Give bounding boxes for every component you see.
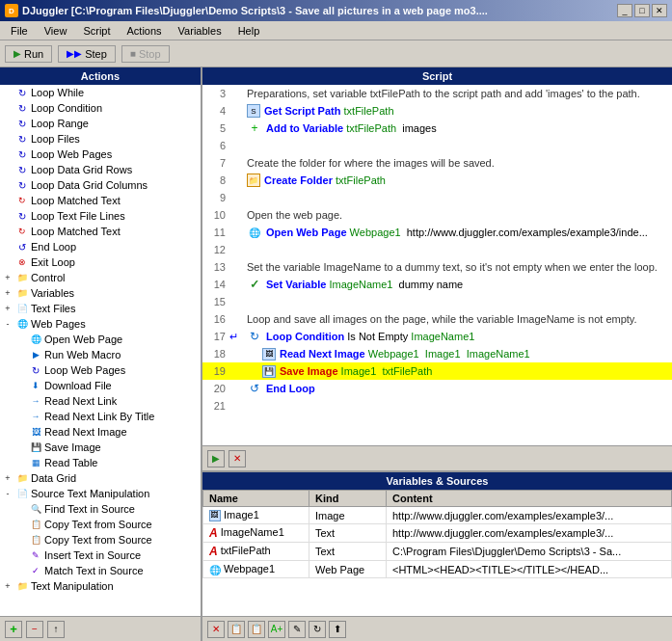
line-19: 19 (206, 365, 226, 377)
web-pages-expand-icon[interactable]: - (2, 318, 13, 330)
tree-item-download-file[interactable]: ⬇ Download File (0, 378, 201, 393)
vars-refresh-btn[interactable]: ↻ (309, 621, 326, 638)
read-next-link-by-title-icon: → (29, 410, 42, 423)
loop-files-icon: ↻ (15, 132, 29, 146)
actions-remove-button[interactable]: − (26, 621, 43, 638)
step-label: Step (85, 48, 107, 60)
run-button[interactable]: ▶ Run (5, 45, 52, 63)
loop-data-grid-cols-icon: ↻ (15, 178, 29, 192)
tree-item-read-next-link-by-title[interactable]: → Read Next Link By Title (0, 409, 201, 424)
var-name-image1: 🖼 Image1 (203, 507, 309, 524)
vars-delete-btn[interactable]: ✕ (207, 621, 225, 638)
tree-item-text-files[interactable]: + 📄 Text Files (0, 301, 201, 316)
control-expand-icon[interactable]: + (2, 272, 13, 283)
tree-item-loop-range[interactable]: ↻ Loop Range (0, 116, 201, 131)
tree-item-loop-matched-text2[interactable]: ↻ Loop Matched Text (0, 224, 201, 239)
var-kind-txtfilepath: Text (309, 543, 387, 561)
menu-script[interactable]: Script (77, 24, 116, 38)
var-kind-webpage1: Web Page (309, 561, 387, 578)
variables-table-area[interactable]: Name Kind Content 🖼 Image1 Image (202, 490, 672, 616)
title-bar: D DJuggler [C:\Program Files\Djuggler\De… (0, 0, 672, 21)
window-controls[interactable]: _ □ ✕ (617, 4, 667, 17)
open-web-page-script-icon: 🌐 (247, 225, 262, 240)
tree-item-loop-web-pages2[interactable]: ↻ Loop Web Pages (0, 362, 201, 378)
tree-item-source-text-manip[interactable]: - 📄 Source Text Manipulation (0, 486, 201, 501)
arrow-17: ↵ (229, 331, 243, 343)
tree-item-copy-text1[interactable]: 📋 Copy Text from Source (0, 517, 201, 532)
tree-item-read-table[interactable]: ▦ Read Table (0, 455, 201, 470)
exit-loop-icon: ⊗ (15, 255, 29, 269)
loop-matched-text2-label: Loop Matched Text (31, 226, 121, 237)
loop-condition-icon: ↻ (15, 101, 29, 115)
var-row-image1[interactable]: 🖼 Image1 Image http://www.djuggler.com/e… (203, 507, 672, 524)
tree-item-read-next-link[interactable]: → Read Next Link (0, 393, 201, 409)
tree-item-end-loop[interactable]: ↺ End Loop (0, 239, 201, 254)
text-manip-expand-icon[interactable]: + (2, 580, 13, 592)
read-next-image-script-icon: 🖼 (262, 348, 276, 361)
actions-up-button[interactable]: ↑ (47, 621, 65, 638)
restore-button[interactable]: □ (634, 4, 650, 17)
tree-item-match-text[interactable]: ✓ Match Text in Source (0, 563, 201, 578)
tree-item-exit-loop[interactable]: ⊗ Exit Loop (0, 254, 201, 270)
tree-item-data-grid[interactable]: + 📁 Data Grid (0, 470, 201, 486)
menu-variables[interactable]: Variables (173, 24, 228, 38)
tree-item-loop-while[interactable]: ↻ Loop While (0, 85, 201, 100)
tree-item-read-next-image[interactable]: 🖼 Read Next Image (0, 424, 201, 440)
source-text-expand-icon[interactable]: - (2, 488, 13, 499)
actions-tree: ↻ Loop While ↻ Loop Condition ↻ Loop Ran… (0, 85, 201, 616)
row-17-text: Loop Condition Is Not Empty ImageName1 (266, 331, 668, 342)
line-6: 6 (206, 140, 226, 151)
script-run-btn[interactable]: ▶ (207, 450, 225, 467)
variables-expand-icon[interactable]: + (2, 287, 13, 299)
tree-item-variables[interactable]: + 📁 Variables (0, 285, 201, 301)
tree-item-loop-web-pages[interactable]: ↻ Loop Web Pages (0, 147, 201, 162)
menu-help[interactable]: Help (232, 24, 266, 38)
tree-item-insert-text[interactable]: ✎ Insert Text in Source (0, 548, 201, 563)
tree-item-loop-text-file-lines[interactable]: ↻ Loop Text File Lines (0, 208, 201, 224)
var-row-webpage1[interactable]: 🌐 Webpage1 Web Page <HTML><HEAD><TITLE><… (203, 561, 672, 578)
text-files-expand-icon[interactable]: + (2, 303, 13, 314)
var-row-txtfilepath[interactable]: A txtFilePath Text C:\Program Files\Djug… (203, 543, 672, 561)
data-grid-expand-icon[interactable]: + (2, 472, 13, 484)
loop-cond-script-icon: ↻ (247, 329, 262, 344)
var-row-imagename1[interactable]: A ImageName1 Text http://www.djuggler.co… (203, 524, 672, 543)
loop-matched-text-label: Loop Matched Text (31, 195, 121, 206)
tree-item-web-pages[interactable]: - 🌐 Web Pages (0, 316, 201, 332)
tree-item-open-web-page[interactable]: 🌐 Open Web Page (0, 332, 201, 347)
vars-add-btn[interactable]: A+ (268, 621, 285, 638)
var-name-txtfilepath: A txtFilePath (203, 543, 309, 561)
tree-item-loop-data-grid-cols[interactable]: ↻ Loop Data Grid Columns (0, 177, 201, 193)
script-content[interactable]: 3 Preparations, set variable txtFilePath… (202, 85, 672, 445)
tree-item-text-manip[interactable]: + 📁 Text Manipulation (0, 578, 201, 594)
line-16: 16 (206, 313, 226, 325)
stop-button[interactable]: ■ Stop (121, 45, 170, 63)
tree-item-control[interactable]: + 📁 Control (0, 270, 201, 285)
tree-item-loop-matched-text[interactable]: ↻ Loop Matched Text (0, 193, 201, 208)
script-delete-btn[interactable]: ✕ (228, 450, 246, 467)
vars-edit-btn[interactable]: ✎ (288, 621, 306, 638)
actions-add-button[interactable]: + (5, 621, 22, 638)
tree-item-loop-files[interactable]: ↻ Loop Files (0, 131, 201, 147)
tree-item-loop-condition[interactable]: ↻ Loop Condition (0, 100, 201, 116)
loop-text-file-lines-icon: ↻ (15, 209, 29, 223)
tree-item-run-web-macro[interactable]: ▶ Run Web Macro (0, 347, 201, 362)
tree-item-copy-text2[interactable]: 📋 Copy Text from Source (0, 532, 201, 548)
main-container: Actions ↻ Loop While ↻ Loop Condition ↻ … (0, 67, 672, 641)
variables-folder-icon: 📁 (15, 286, 29, 300)
script-panel: Script 3 Preparations, set variable txtF… (202, 67, 672, 472)
tree-item-save-image[interactable]: 💾 Save Image (0, 440, 201, 455)
step-button[interactable]: ▶▶ Step (58, 45, 116, 63)
vars-paste-btn[interactable]: 📋 (248, 621, 265, 638)
menu-file[interactable]: File (5, 24, 34, 38)
tree-item-loop-data-grid-rows[interactable]: ↻ Loop Data Grid Rows (0, 162, 201, 177)
menu-view[interactable]: View (39, 24, 73, 38)
script-row-9: 9 (202, 189, 672, 206)
close-button[interactable]: ✕ (652, 4, 667, 17)
vars-export-btn[interactable]: ⬆ (329, 621, 346, 638)
vars-copy-btn[interactable]: 📋 (228, 621, 245, 638)
script-row-20: 20 ↺ End Loop (202, 380, 672, 397)
menu-actions[interactable]: Actions (121, 24, 168, 38)
tree-item-find-text[interactable]: 🔍 Find Text in Source (0, 501, 201, 517)
row-19-text: Save Image Image1 txtFilePath (280, 365, 668, 377)
minimize-button[interactable]: _ (617, 4, 632, 17)
